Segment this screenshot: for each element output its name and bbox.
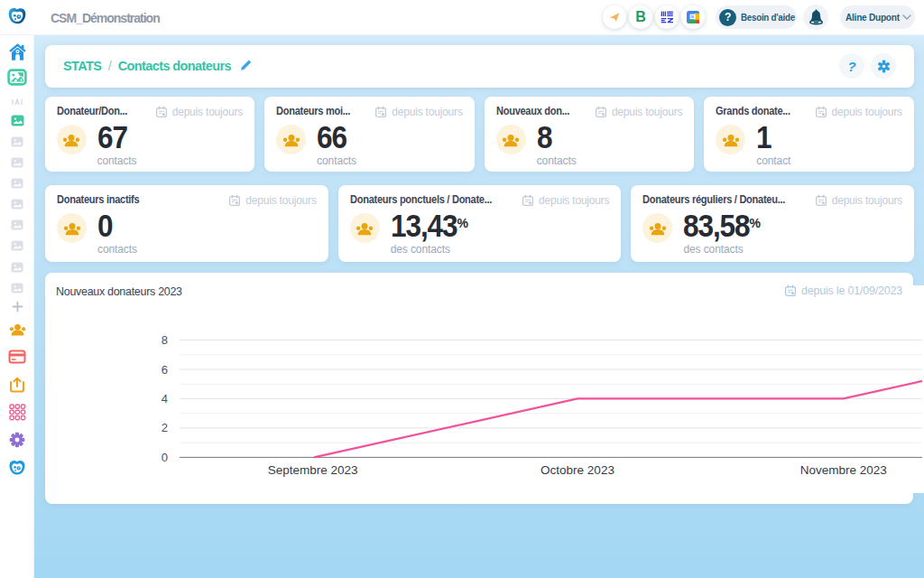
svg-text:8: 8 [162,333,168,347]
svg-text:2: 2 [162,421,168,434]
svg-text:4: 4 [162,392,168,406]
svg-text:0: 0 [162,451,168,464]
svg-text:6: 6 [162,363,168,377]
svg-text:Novembre 2023: Novembre 2023 [800,463,887,477]
svg-text:Septembre 2023: Septembre 2023 [268,463,358,477]
svg-text:Octobre 2023: Octobre 2023 [541,463,614,477]
